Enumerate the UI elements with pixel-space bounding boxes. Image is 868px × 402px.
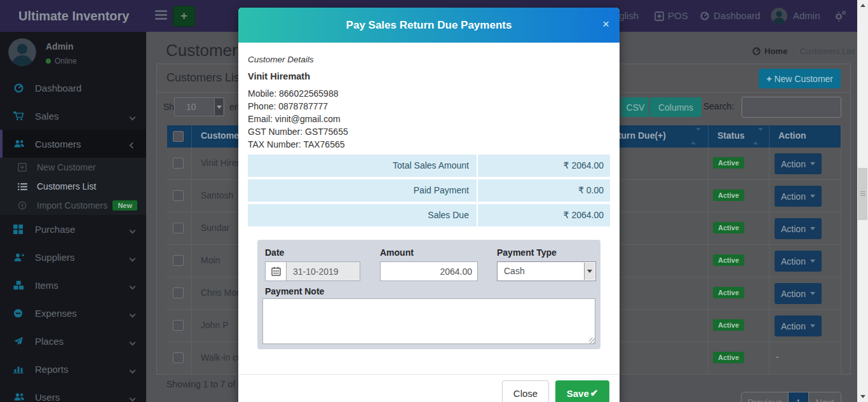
no-action-dash: - [776, 352, 779, 362]
menu-toggle-icon[interactable] [155, 10, 167, 22]
action-dropdown-button[interactable]: Action [775, 218, 822, 239]
paper-plane-icon [13, 336, 27, 346]
sidebar: Admin Online Dashboard Sales Customers N… [0, 32, 146, 402]
home-icon [752, 46, 761, 56]
pay-sales-return-modal: Pay Sales Return Due Payments × Customer… [238, 8, 620, 402]
avatar [8, 38, 36, 66]
nav-settings[interactable] [834, 0, 846, 32]
row-checkbox[interactable] [173, 255, 184, 266]
panel-title: Customers List [166, 71, 243, 85]
sidebar-item-suppliers[interactable]: Suppliers [0, 243, 146, 271]
pagination-next[interactable]: Next [809, 392, 841, 402]
caret-down-icon [810, 292, 815, 295]
calendar-icon[interactable] [265, 261, 286, 281]
date-input[interactable] [286, 261, 360, 281]
row-checkbox[interactable] [173, 190, 184, 201]
plus-square-icon [18, 163, 31, 172]
action-dropdown-button[interactable]: Action [775, 251, 822, 272]
scroll-up-arrow[interactable] [857, 0, 868, 11]
breadcrumb-separator: > [791, 46, 796, 56]
column-header-customer[interactable]: Customer [201, 130, 242, 141]
sidebar-item-places[interactable]: Places [0, 327, 146, 355]
sidebar-item-users[interactable]: Users [0, 383, 146, 402]
vertical-scrollbar[interactable] [857, 0, 868, 402]
new-badge: New [112, 200, 137, 211]
customer-tax: TAX Number: TAX76565 [248, 138, 348, 151]
bar-chart-icon [13, 364, 27, 373]
search-input[interactable] [742, 97, 841, 118]
row-checkbox[interactable] [173, 352, 184, 363]
pagination-previous[interactable]: Previous [742, 392, 789, 402]
pagination-page-1[interactable]: 1 [789, 392, 809, 402]
sidebar-item-expenses[interactable]: Expenses [0, 299, 146, 327]
sort-icon[interactable] [753, 131, 759, 141]
sidebar-item-customers-list[interactable]: Customers List [0, 177, 146, 196]
gear-icon [834, 10, 846, 22]
sidebar-user-panel: Admin Online [0, 32, 146, 74]
pagination: Previous 1 Next [741, 392, 841, 402]
row-checkbox[interactable] [173, 223, 184, 233]
amount-input[interactable] [380, 261, 478, 281]
modal-header: Pay Sales Return Due Payments × [238, 8, 620, 43]
nav-pos[interactable]: POS [654, 0, 688, 32]
sidebar-item-purchase[interactable]: Purchase [0, 215, 146, 243]
plus-icon: + [766, 74, 771, 84]
csv-button[interactable]: CSV [622, 97, 649, 117]
action-dropdown-button[interactable]: Action [775, 315, 822, 336]
users-icon [13, 139, 27, 149]
chevron-left-icon [130, 111, 135, 121]
action-dropdown-button[interactable]: Action [775, 283, 822, 304]
page-size-select[interactable]: 10 [174, 97, 224, 116]
nav-user[interactable]: Admin [793, 0, 820, 32]
new-customer-button[interactable]: + New Customer [759, 69, 841, 88]
row-checkbox[interactable] [173, 288, 184, 298]
breadcrumb-current: Customers List [800, 46, 855, 56]
status-badge: Active [713, 157, 744, 169]
close-button[interactable]: Close [502, 380, 549, 402]
status-badge: Active [713, 287, 744, 298]
plus-square-icon [654, 11, 664, 21]
navbar-avatar[interactable] [771, 8, 787, 24]
dashboard-icon [13, 83, 27, 94]
payment-type-label: Payment Type [497, 247, 557, 258]
customer-name: Moin [201, 255, 220, 265]
status-badge: Active [713, 254, 744, 266]
sidebar-item-items[interactable]: Items [0, 271, 146, 299]
customer-details: Customer Details Vinit Hiremath Mobile: … [248, 53, 348, 151]
sort-icon[interactable] [691, 131, 697, 141]
select-all-checkbox[interactable] [173, 131, 184, 142]
dashboard-icon [700, 11, 710, 21]
action-dropdown-button[interactable]: Action [775, 153, 822, 174]
sidebar-item-customers[interactable]: Customers [0, 130, 146, 158]
action-dropdown-button[interactable]: Action [775, 186, 822, 207]
save-button[interactable]: Save ✔ [555, 380, 609, 402]
close-icon[interactable]: × [602, 8, 609, 43]
chevron-left-icon [130, 308, 135, 319]
quick-add-button[interactable]: + [173, 6, 195, 27]
arrow-circle-icon [18, 201, 31, 210]
column-header-action: Action [778, 130, 806, 141]
sidebar-item-reports[interactable]: Reports [0, 355, 146, 383]
nav-dashboard[interactable]: Dashboard [700, 0, 760, 32]
scrollbar-thumb[interactable] [858, 168, 867, 220]
scroll-down-arrow[interactable] [857, 391, 868, 402]
chevron-left-icon [130, 336, 135, 347]
customer-name: John P [201, 320, 229, 330]
chevron-left-icon [130, 280, 135, 291]
sidebar-item-new-customer[interactable]: New Customer [0, 158, 146, 177]
breadcrumb-home[interactable]: Home [752, 46, 787, 56]
users-icon [13, 392, 27, 402]
chevron-left-icon [130, 364, 135, 375]
columns-button[interactable]: Columns [650, 97, 702, 117]
resize-grip[interactable] [589, 338, 595, 343]
caret-down-icon [810, 195, 815, 198]
payment-note-textarea[interactable] [262, 298, 595, 344]
caret-down-icon [810, 227, 815, 230]
row-checkbox[interactable] [173, 320, 184, 331]
row-checkbox[interactable] [173, 158, 184, 169]
sidebar-item-dashboard[interactable]: Dashboard [0, 74, 146, 102]
column-header-status[interactable]: Status [717, 130, 745, 141]
payment-type-select[interactable]: Cash [497, 261, 596, 281]
sidebar-item-import-customers[interactable]: Import Customers New [0, 196, 146, 215]
sidebar-item-sales[interactable]: Sales [0, 102, 146, 130]
